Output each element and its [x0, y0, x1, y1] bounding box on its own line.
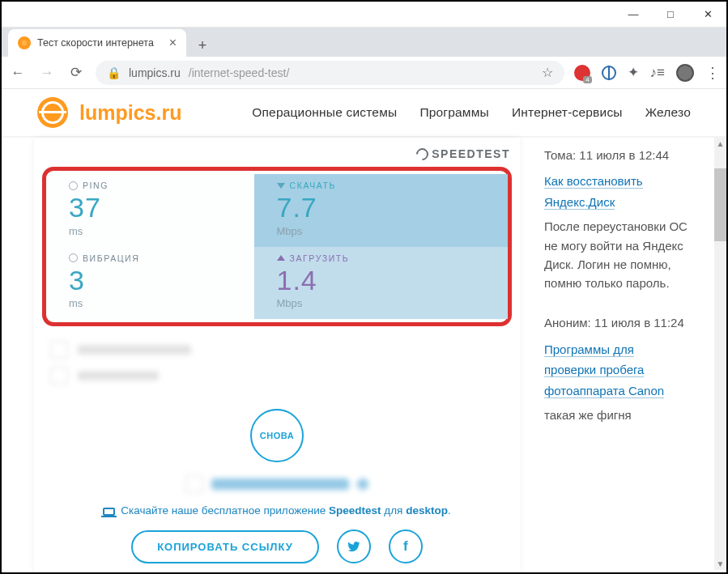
download-label: СКАЧАТЬ	[290, 181, 337, 190]
comment-meta: Аноним: 11 июля в 11:24	[544, 313, 688, 332]
new-tab-button[interactable]: +	[191, 34, 214, 57]
nav-item-os[interactable]: Операционные системы	[252, 105, 397, 120]
extension-opera-icon[interactable]	[574, 65, 590, 81]
upload-cell: ЗАГРУЗИТЬ 1.4 Mbps	[254, 247, 509, 320]
tab-favicon	[18, 36, 31, 49]
url-field[interactable]: 🔒 lumpics.ru/internet-speed-test/ ☆	[96, 61, 564, 85]
tab-close-icon[interactable]: ×	[169, 36, 177, 50]
jitter-value: 3	[69, 263, 236, 298]
jitter-label: ВИБРАЦИЯ	[83, 253, 139, 263]
site-logo-icon[interactable]	[37, 97, 68, 128]
server-row-blurred	[34, 475, 520, 493]
scroll-down-arrow[interactable]: ▼	[714, 558, 726, 570]
jitter-cell: ВИБРАЦИЯ 3 ms	[46, 247, 254, 320]
media-control-icon[interactable]: ♪≡	[650, 65, 665, 81]
lock-icon: 🔒	[107, 66, 121, 79]
server-info-blurred	[34, 330, 520, 401]
url-path: /internet-speed-test/	[189, 66, 290, 79]
page-content: SPEEDTEST PING 37 ms СКАЧАТЬ 7.7 Mbps ВИ…	[2, 138, 726, 572]
comment-item: Тома: 11 июля в 12:44 Как восстановить Я…	[544, 146, 688, 292]
address-bar: ← → ⟳ 🔒 lumpics.ru/internet-speed-test/ …	[2, 57, 726, 89]
window-minimize[interactable]: —	[615, 2, 652, 28]
comment-body: После переустановки ОС не могу войти на …	[544, 217, 688, 292]
download-cell: СКАЧАТЬ 7.7 Mbps	[254, 174, 509, 247]
window-titlebar: — □ ✕	[2, 2, 726, 28]
site-header: lumpics.ru Операционные системы Программ…	[2, 89, 726, 138]
bookmark-star-icon[interactable]: ☆	[542, 65, 553, 80]
upload-icon	[277, 255, 285, 261]
laptop-icon	[103, 508, 115, 516]
share-row: КОПИРОВАТЬ ССЫЛКУ f	[34, 529, 520, 563]
ping-value: 37	[69, 190, 236, 225]
toolbar-extensions: ✦ ♪≡ ⋮	[574, 64, 720, 82]
reload-button[interactable]: ⟳	[66, 64, 86, 81]
download-app-line[interactable]: Скачайте наше бесплатное приложение Spee…	[34, 504, 520, 517]
download-unit: Mbps	[277, 225, 491, 237]
vertical-scrollbar[interactable]: ▲ ▼	[714, 138, 726, 570]
upload-label: ЗАГРУЗИТЬ	[290, 253, 350, 263]
upload-value: 1.4	[277, 263, 491, 298]
site-nav: Операционные системы Программы Интернет-…	[252, 105, 691, 120]
tab-title: Тест скорости интернета	[37, 37, 154, 49]
download-icon	[277, 183, 285, 189]
ping-unit: ms	[69, 225, 236, 237]
extensions-menu-icon[interactable]: ✦	[628, 64, 639, 81]
scroll-up-arrow[interactable]: ▲	[714, 138, 726, 150]
test-again-button[interactable]: СНОВА	[250, 409, 304, 462]
upload-unit: Mbps	[277, 297, 491, 309]
tab-strip: Тест скорости интернета × +	[2, 28, 726, 57]
share-facebook-icon[interactable]: f	[389, 529, 423, 563]
jitter-unit: ms	[69, 297, 236, 309]
jitter-icon	[69, 253, 78, 262]
scroll-thumb[interactable]	[714, 168, 726, 241]
share-twitter-icon[interactable]	[337, 529, 371, 563]
site-logo-text[interactable]: lumpics.ru	[79, 101, 181, 125]
browser-tab[interactable]: Тест скорости интернета ×	[8, 29, 186, 57]
comment-item: Аноним: 11 июля в 11:24 Программы для пр…	[544, 313, 688, 424]
result-box-highlight: PING 37 ms СКАЧАТЬ 7.7 Mbps ВИБРАЦИЯ 3 m…	[42, 167, 512, 326]
copy-link-button[interactable]: КОПИРОВАТЬ ССЫЛКУ	[131, 530, 319, 563]
comment-meta: Тома: 11 июля в 12:44	[544, 146, 688, 164]
gauge-icon	[414, 145, 431, 162]
nav-item-programs[interactable]: Программы	[419, 105, 489, 120]
comment-body: такая же фигня	[544, 406, 688, 424]
sidebar-comments: Тома: 11 июля в 12:44 Как восстановить Я…	[520, 138, 694, 572]
speedtest-widget: SPEEDTEST PING 37 ms СКАЧАТЬ 7.7 Mbps ВИ…	[34, 138, 520, 572]
speedtest-brand: SPEEDTEST	[34, 147, 520, 160]
window-maximize[interactable]: □	[652, 2, 689, 28]
download-value: 7.7	[277, 190, 491, 225]
url-host: lumpics.ru	[129, 66, 181, 79]
profile-avatar[interactable]	[676, 64, 694, 82]
ping-icon	[69, 181, 78, 190]
browser-menu-icon[interactable]: ⋮	[705, 64, 720, 82]
nav-item-services[interactable]: Интернет-сервисы	[512, 105, 623, 120]
nav-item-hardware[interactable]: Железо	[645, 105, 691, 120]
extension-globe-icon[interactable]	[602, 66, 616, 80]
comment-link[interactable]: Как восстановить Яндекс.Диск	[544, 174, 643, 210]
ping-label: PING	[83, 181, 109, 190]
ping-cell: PING 37 ms	[46, 174, 254, 247]
back-button[interactable]: ←	[8, 65, 28, 81]
speedtest-brand-text: SPEEDTEST	[432, 147, 510, 160]
window-close[interactable]: ✕	[689, 2, 726, 28]
comment-link[interactable]: Программы для проверки пробега фотоаппар…	[544, 342, 664, 398]
forward-button: →	[37, 65, 57, 81]
